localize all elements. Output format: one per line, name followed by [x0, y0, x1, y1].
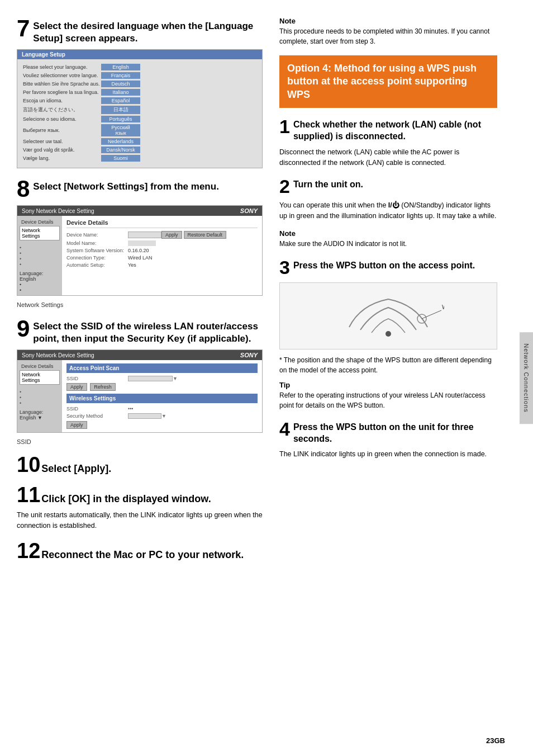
- restore-default-btn: Restore Default: [184, 231, 227, 239]
- option-4-header: Option 4: Method for using a WPS push bu…: [279, 55, 497, 108]
- connection-type-value: Wired LAN: [128, 255, 153, 261]
- step-2-note-text: Make sure the AUDIO IN indicator is not …: [279, 239, 497, 249]
- screenshot-content-1: Device Details Device Name: Apply Restor…: [62, 216, 262, 295]
- lang-row-10: Vælge lang. Suomi: [23, 155, 256, 162]
- right-step-1-title: Check whether the network (LAN) cable (n…: [290, 117, 497, 143]
- lang-row-5: 言語を選んでください。 日本語: [23, 106, 256, 114]
- sidebar-network-settings-2: Network Settings: [20, 370, 60, 385]
- sidebar-bullets-2: •••: [20, 389, 60, 406]
- software-version-row: System Software Version: 0.16.0.20: [66, 248, 258, 253]
- right-step-2-title: Turn the unit on.: [290, 177, 497, 191]
- step-11-title: Click [OK] in the displayed window.: [40, 489, 211, 504]
- language-setup-screenshot: Language Setup Please select your langua…: [17, 49, 263, 168]
- step-2-note: Note Make sure the AUDIO IN indicator is…: [279, 229, 497, 249]
- right-step-1-number: 1: [279, 117, 290, 136]
- screenshot-content-2: Access Point Scan SSID ▼ Apply Refresh W…: [62, 360, 262, 432]
- network-screenshot-title: Sony Network Device Setting: [22, 208, 94, 214]
- side-tab: Network Connections: [520, 332, 533, 424]
- wireless-settings-title: Wireless Settings: [66, 394, 258, 403]
- lang-row-7: Выберите язык. Русский язык: [23, 124, 256, 136]
- step-7-number: 7: [17, 17, 30, 40]
- lang-row-3: Per favore scegliere la sua lingua. Ital…: [23, 89, 256, 96]
- ssid-screenshot: Sony Network Device Setting SONY Device …: [17, 349, 263, 433]
- right-step-4-body: The LINK indicator lights up in green wh…: [279, 449, 497, 460]
- step-12: 12 Reconnect the Mac or PC to your netwo…: [17, 540, 263, 561]
- step-7-title: Select the desired language when the [La…: [30, 17, 263, 45]
- right-step-3-number: 3: [279, 258, 290, 277]
- network-settings-screenshot: Sony Network Device Setting SONY Device …: [17, 205, 263, 296]
- sidebar-device-details-2: Device Details: [20, 362, 60, 370]
- sony-logo-2: SONY: [240, 352, 258, 358]
- lang-row-8: Selecteer uw taal. Nederlands: [23, 138, 256, 145]
- lang-row-6: Selecione o seu idioma. Português: [23, 116, 256, 122]
- lang-screenshot-body: Please select your language. English Vou…: [17, 59, 262, 168]
- step-12-title: Reconnect the Mac or PC to your network.: [40, 545, 244, 560]
- lang-screenshot-title: Language Setup: [22, 51, 65, 58]
- step-3-tip: Tip Refer to the operating instructions …: [279, 381, 497, 410]
- wps-router-svg: WPS button*: [332, 288, 444, 344]
- step-3-tip-label: Tip: [279, 381, 497, 389]
- right-step-3-title: Press the WPS button on the access point…: [290, 258, 497, 272]
- sidebar-network-settings: Network Settings: [20, 226, 60, 240]
- step-11-body: The unit restarts automatically, then th…: [17, 510, 263, 531]
- access-point-title: Access Point Scan: [66, 363, 258, 373]
- step-10-title: Select [Apply].: [40, 459, 111, 474]
- step-10-number: 10: [17, 454, 40, 475]
- apply-btn-1: Apply: [161, 231, 182, 239]
- top-note-text: This procedure needs to be completed wit…: [279, 26, 497, 46]
- step-9-caption: SSID: [17, 438, 263, 445]
- step-8: 8 Select [Network Settings] from the men…: [17, 177, 263, 308]
- connection-type-row: Connection Type: Wired LAN: [66, 255, 258, 261]
- step-8-number: 8: [17, 177, 30, 201]
- automatic-setup-value: Yes: [128, 262, 136, 268]
- automatic-setup-row: Automatic Setup: Yes: [66, 262, 258, 268]
- wps-image-area: WPS button*: [279, 282, 497, 349]
- device-name-input: [128, 231, 161, 238]
- step-11-number: 11: [17, 484, 40, 505]
- lang-row-1: Vouliez sélectionner votre langue. Franç…: [23, 72, 256, 79]
- ssid-buttons: Apply Refresh: [66, 383, 258, 391]
- sidebar-language-label-2: Language:: [20, 409, 60, 415]
- option-4-title: Option 4: Method for using a WPS push bu…: [287, 63, 477, 100]
- right-step-2-number: 2: [279, 177, 290, 196]
- lang-row-0: Please select your language. English: [23, 64, 256, 70]
- model-name-row: Model Name:: [66, 240, 258, 246]
- right-step-1: 1 Check whether the network (LAN) cable …: [279, 117, 497, 168]
- software-version-value: 0.16.0.20: [128, 248, 149, 253]
- screenshot-sidebar-2: Device Details Network Settings ••• Lang…: [17, 360, 62, 432]
- screenshot-sidebar-1: Device Details Network Settings •••• Lan…: [17, 216, 62, 295]
- ssid-scan-row: SSID ▼: [66, 376, 258, 381]
- step-12-number: 12: [17, 540, 40, 561]
- sidebar-language-value-2: English ▼: [20, 415, 60, 420]
- svg-point-0: [386, 331, 391, 337]
- sidebar-device-details: Device Details: [20, 218, 60, 226]
- lang-row-2: Bitte wählen Sie ihre Sprache aus. Deuts…: [23, 81, 256, 87]
- top-note-label: Note: [279, 17, 497, 25]
- svg-line-2: [422, 310, 441, 319]
- svg-text:WPS button*: WPS button*: [442, 304, 444, 310]
- wireless-ssid-row: SSID • • •: [66, 406, 258, 412]
- step-9: 9 Select the SSID of the wireless LAN ro…: [17, 317, 263, 445]
- page-number: 23GB: [486, 736, 505, 745]
- wps-footnote: * The position and the shape of the WPS …: [279, 355, 497, 375]
- device-name-row: Device Name: Apply Restore Default: [66, 231, 258, 239]
- sidebar-language-label: Language:: [20, 271, 60, 276]
- step-2-note-label: Note: [279, 229, 497, 238]
- right-step-1-body: Disconnect the network (LAN) cable while…: [279, 147, 497, 168]
- step-11: 11 Click [OK] in the displayed window. T…: [17, 484, 263, 531]
- sidebar-language-value: English: [20, 276, 60, 282]
- top-note: Note This procedure needs to be complete…: [279, 17, 497, 46]
- right-step-3: 3 Press the WPS button on the access poi…: [279, 258, 497, 410]
- right-column: Note This procedure needs to be complete…: [274, 11, 508, 745]
- step-9-title: Select the SSID of the wireless LAN rout…: [30, 317, 263, 345]
- step-10: 10 Select [Apply].: [17, 454, 263, 475]
- ssid-screenshot-title: Sony Network Device Setting: [22, 352, 94, 358]
- step-8-title: Select [Network Settings] from the menu.: [30, 177, 263, 193]
- right-step-4: 4 Press the WPS button on the unit for t…: [279, 419, 497, 460]
- security-method-row: Security Method ▼: [66, 413, 258, 419]
- right-step-2-body: You can operate this unit when the I/⏻ (…: [279, 200, 497, 221]
- wireless-apply-btn: Apply: [66, 421, 258, 429]
- sidebar-bullets: ••••: [20, 245, 60, 267]
- step-7: 7 Select the desired language when the […: [17, 17, 263, 168]
- left-column: 7 Select the desired language when the […: [0, 11, 274, 745]
